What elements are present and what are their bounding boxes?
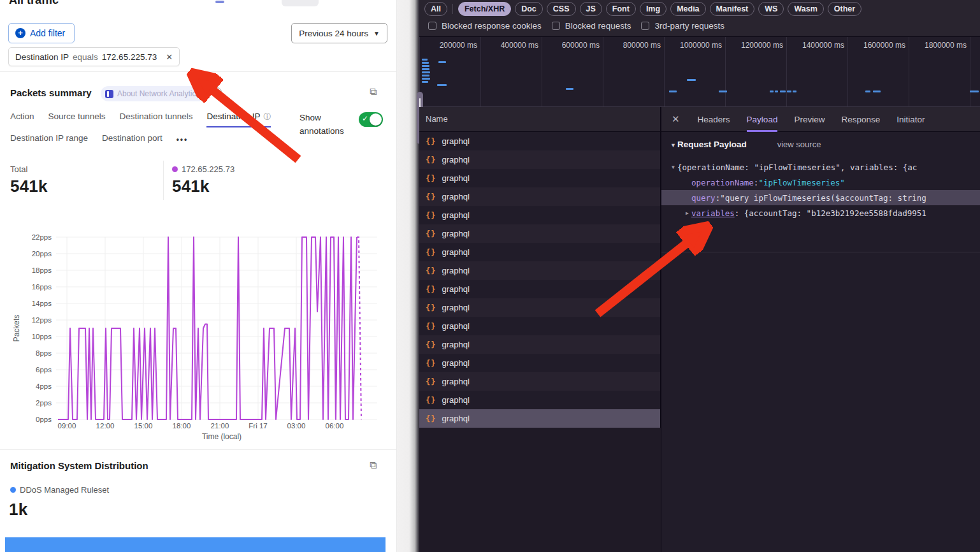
json-braces-icon: {} <box>426 229 436 238</box>
filter-pill-media[interactable]: Media <box>670 2 705 16</box>
payload-line[interactable]: ▶variables: {accountTag: "b12e3b2192ee55… <box>661 205 980 221</box>
remove-filter-icon[interactable]: ✕ <box>166 52 173 62</box>
filter-pill-wasm[interactable]: Wasm <box>788 2 823 16</box>
timeline-column: 1200000 ms <box>725 37 786 107</box>
request-name: graphql <box>442 192 469 201</box>
filter-pill-other[interactable]: Other <box>828 2 861 16</box>
request-row[interactable]: {}graphql <box>419 261 661 280</box>
svg-text:10pps: 10pps <box>32 333 52 340</box>
request-row[interactable]: {}graphql <box>419 409 661 428</box>
mitigation-title: Mitigation System Distribution <box>10 460 148 471</box>
svg-text:09:00: 09:00 <box>58 422 76 430</box>
time-range-dropdown[interactable]: Previous 24 hours ▼ <box>291 23 387 43</box>
detail-tab-payload[interactable]: Payload <box>747 107 778 132</box>
checkbox-3rd-party-requests[interactable]: 3rd-party requests <box>641 21 724 31</box>
request-name: graphql <box>442 321 469 331</box>
mitigation-value: 1k <box>9 500 27 519</box>
filter-pill-js[interactable]: JS <box>580 2 602 16</box>
info-icon: ⓘ <box>263 112 271 122</box>
request-row[interactable]: {}graphql <box>419 243 661 261</box>
checkbox-blocked-requests[interactable]: Blocked requests <box>552 21 631 31</box>
chevron-down-icon: ▼ <box>373 30 380 37</box>
filter-pill-ws[interactable]: WS <box>758 2 784 16</box>
tab-destination-port[interactable]: Destination port <box>102 133 162 148</box>
detail-tab-headers[interactable]: Headers <box>698 107 730 132</box>
timeline-request-mark <box>865 91 870 92</box>
payload-plain: "query ipFlowTimeseries($accountTag: str… <box>720 193 926 203</box>
tab-source-tunnels[interactable]: Source tunnels <box>48 112 106 127</box>
detail-tabs: ✕ HeadersPayloadPreviewResponseInitiator <box>661 107 980 132</box>
svg-text:15:00: 15:00 <box>134 422 153 430</box>
tab-action[interactable]: Action <box>10 112 34 127</box>
expand-card-icon[interactable]: ⧉ <box>370 87 377 97</box>
filter-chip[interactable]: Destination IP equals 172.65.225.73 ✕ <box>8 47 180 66</box>
detail-tab-initiator[interactable]: Initiator <box>897 107 925 132</box>
timeline-request-mark <box>422 78 430 80</box>
show-annotations-toggle[interactable]: ✓ <box>359 112 383 127</box>
payload-plain: : {accountTag: "b12e3b2192ee5588fdad9951 <box>735 208 926 218</box>
json-braces-icon: {} <box>426 414 436 423</box>
request-row[interactable]: {}graphql <box>419 372 661 391</box>
request-name: graphql <box>442 266 469 275</box>
timeline-column: 1800000 ms <box>909 37 970 107</box>
request-payload-section[interactable]: ▼Request Payload <box>670 140 747 149</box>
request-row[interactable]: {}graphql <box>419 169 661 187</box>
request-row[interactable]: {}graphql <box>419 354 661 372</box>
request-row[interactable]: {}graphql <box>419 335 661 354</box>
request-name: graphql <box>442 340 469 349</box>
request-row[interactable]: {}graphql <box>419 187 661 206</box>
timeline-request-mark <box>422 65 429 67</box>
request-row[interactable]: {}graphql <box>419 391 661 409</box>
filter-pill-fetch-xhr[interactable]: Fetch/XHR <box>458 2 511 16</box>
view-source-link[interactable]: view source <box>777 140 821 149</box>
timeline-request-mark <box>787 91 791 92</box>
tab-destination-ip[interactable]: Destination IPⓘ <box>206 112 271 127</box>
svg-text:8pps: 8pps <box>36 349 52 357</box>
request-name: graphql <box>442 247 469 257</box>
payload-key-u: variables <box>691 208 735 218</box>
stat-destination-ip: 172.65.225.73 541k <box>172 164 234 196</box>
request-row[interactable]: {}graphql <box>419 317 661 335</box>
svg-text:6pps: 6pps <box>36 366 52 374</box>
triangle-down-icon[interactable]: ▼ <box>669 164 677 170</box>
add-filter-button[interactable]: + Add filter <box>8 23 75 43</box>
request-row[interactable]: {}graphql <box>419 150 661 169</box>
svg-text:Time (local): Time (local) <box>202 432 241 441</box>
svg-text:16pps: 16pps <box>32 283 52 291</box>
filter-pill-img[interactable]: Img <box>640 2 667 16</box>
request-row[interactable]: {}graphql <box>419 224 661 243</box>
checkbox-blocked-response-cookies[interactable]: Blocked response cookies <box>428 21 542 31</box>
filter-pill-doc[interactable]: Doc <box>515 2 543 16</box>
requests-list: {}graphql{}graphql{}graphql{}graphql{}gr… <box>419 132 661 428</box>
payload-line[interactable]: query: "query ipFlowTimeseries($accountT… <box>661 190 980 205</box>
requests-table-header[interactable]: Name <box>419 107 661 132</box>
request-row[interactable]: {}graphql <box>419 298 661 317</box>
request-row[interactable]: {}graphql <box>419 132 661 150</box>
filter-pill-css[interactable]: CSS <box>547 2 576 16</box>
json-braces-icon: {} <box>426 156 436 164</box>
about-network-analytics-badge[interactable]: About Network Analytics <box>101 86 207 101</box>
triangle-right-icon[interactable]: ▶ <box>683 210 691 216</box>
packets-tabs-row2: Destination IP rangeDestination port••• <box>10 133 188 148</box>
legend-color-dot <box>10 487 16 493</box>
payload-line[interactable]: ▼{operationName: "ipFlowTimeseries", var… <box>661 159 980 175</box>
filter-pill-font[interactable]: Font <box>606 2 636 16</box>
series-color-dot <box>172 166 178 172</box>
filter-pill-manifest[interactable]: Manifest <box>710 2 755 16</box>
detail-tab-response[interactable]: Response <box>841 107 880 132</box>
close-icon[interactable]: ✕ <box>672 113 680 125</box>
timeline-request-mark <box>437 84 447 86</box>
tab-destination-ip-range[interactable]: Destination IP range <box>10 133 88 148</box>
tab-more[interactable]: ••• <box>177 133 189 148</box>
filter-pill-all[interactable]: All <box>424 2 447 16</box>
network-overview-timeline[interactable]: 200000 ms400000 ms600000 ms800000 ms1000… <box>419 37 980 107</box>
tab-destination-tunnels[interactable]: Destination tunnels <box>120 112 193 127</box>
expand-card-icon[interactable]: ⧉ <box>370 460 377 470</box>
detail-tab-preview[interactable]: Preview <box>794 107 825 132</box>
request-row[interactable]: {}graphql <box>419 280 661 298</box>
payload-line[interactable]: operationName: "ipFlowTimeseries" <box>661 175 980 190</box>
request-row[interactable]: {}graphql <box>419 206 661 224</box>
payload-plain: {operationName: "ipFlowTimeseries", vari… <box>677 163 917 172</box>
mitigation-legend-label: DDoS Managed Ruleset <box>20 485 109 495</box>
pill-divider <box>452 4 453 14</box>
